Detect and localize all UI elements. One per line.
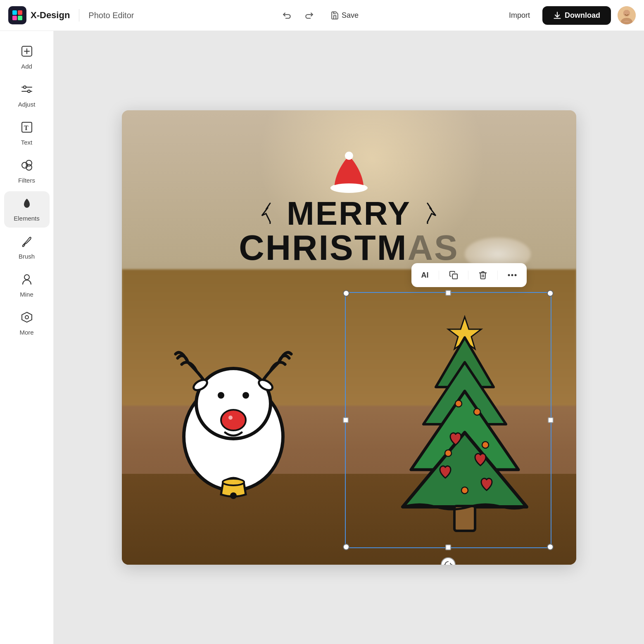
svg-point-35 [223,479,244,485]
logo: X-Design [8,6,70,24]
sidebar: Add Adjust T Text [0,31,54,644]
app-mode-label: Photo Editor [88,11,134,20]
svg-point-40 [455,400,462,407]
duplicate-button[interactable] [447,268,461,282]
header: X-Design Photo Editor Save Import [0,0,644,31]
brush-icon [21,235,33,250]
more-icon [21,311,33,326]
header-right-actions: Import Download [503,6,636,25]
sidebar-item-adjust[interactable]: Adjust [4,77,50,114]
svg-text:T: T [24,124,29,131]
sidebar-item-adjust-label: Adjust [18,101,36,108]
header-divider [79,9,79,21]
add-icon [21,45,33,60]
sidebar-item-elements[interactable]: Elements [4,191,50,228]
mine-icon [21,273,33,288]
sidebar-item-more-label: More [19,329,33,336]
svg-rect-45 [452,274,457,279]
sidebar-item-mine-label: Mine [20,291,33,298]
logo-text: X-Design [31,10,70,21]
svg-point-25 [330,183,367,192]
sidebar-item-filters-label: Filters [18,177,35,184]
svg-point-12 [24,86,26,88]
svg-rect-2 [12,16,17,20]
sidebar-item-text-label: Text [21,139,33,146]
download-label: Download [565,11,600,20]
avatar[interactable] [618,6,636,24]
svg-point-46 [508,274,510,276]
sidebar-item-brush-label: Brush [19,253,35,260]
svg-point-14 [28,90,30,93]
sidebar-item-text[interactable]: T Text [4,115,50,152]
toolbar-separator-2 [468,271,468,280]
canvas-area: MERRY CHRISTMAS [54,31,644,644]
svg-point-22 [25,316,29,319]
sidebar-item-mine[interactable]: Mine [4,267,50,304]
redo-button[interactable] [302,8,316,22]
undo-button[interactable] [280,8,294,22]
logo-icon [8,6,26,24]
svg-point-37 [228,416,233,420]
merry-christmas-text: MERRY CHRISTMAS [239,152,459,265]
sidebar-item-elements-label: Elements [14,215,40,222]
merry-label: MERRY [287,197,411,230]
canvas-container[interactable]: MERRY CHRISTMAS [122,110,576,565]
svg-point-41 [474,409,480,415]
ai-label: AI [421,271,429,280]
context-toolbar: AI [411,263,527,287]
text-icon: T [21,121,33,136]
save-button[interactable]: Save [324,7,364,23]
svg-point-36 [230,492,237,499]
import-button[interactable]: Import [503,8,536,23]
svg-marker-21 [22,312,32,322]
sidebar-item-filters[interactable]: Filters [4,153,50,190]
adjust-icon [21,83,33,98]
svg-point-44 [461,487,468,494]
svg-point-43 [482,442,489,448]
sidebar-item-brush[interactable]: Brush [4,229,50,266]
sidebar-item-add[interactable]: Add [4,39,50,76]
svg-point-32 [221,410,246,430]
branch-right-icon [415,201,440,226]
sidebar-item-add-label: Add [21,63,32,70]
download-button[interactable]: Download [542,6,611,25]
reindeer [163,304,312,503]
toolbar-separator-3 [497,271,498,280]
more-options-button[interactable] [505,271,519,279]
main-layout: Add Adjust T Text [0,31,644,644]
svg-point-47 [511,274,513,276]
sidebar-item-more[interactable]: More [4,305,50,342]
svg-rect-1 [18,10,22,15]
ai-button[interactable]: AI [419,269,431,282]
svg-point-31 [242,392,249,399]
elements-icon [21,197,33,212]
svg-rect-3 [18,16,22,20]
branch-left-icon [258,201,283,226]
christmas-label: CHRISTMAS [239,230,459,265]
filters-icon [21,159,33,174]
svg-point-30 [218,392,224,399]
svg-point-20 [24,275,29,280]
svg-point-42 [445,450,452,456]
header-center-actions: Save [280,7,364,23]
svg-rect-0 [12,10,17,15]
svg-point-24 [345,152,353,160]
save-label: Save [342,11,359,20]
christmas-tree [386,304,543,544]
delete-button[interactable] [476,268,490,282]
toolbar-separator-1 [439,271,439,280]
svg-point-48 [514,274,516,276]
